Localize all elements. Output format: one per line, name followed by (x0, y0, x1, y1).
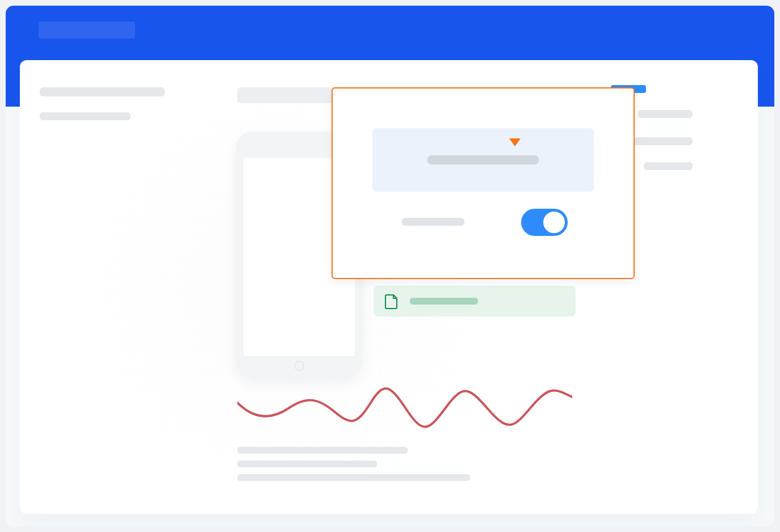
sidebar-line-2 (40, 112, 131, 120)
file-icon (385, 293, 399, 309)
brand-logo-placeholder (39, 22, 135, 39)
status-label-placeholder (410, 298, 478, 305)
paragraph-line-3 (237, 474, 470, 481)
status-success-row[interactable] (374, 286, 576, 316)
paragraph-line-2 (237, 461, 377, 467)
trend-curve (237, 380, 572, 437)
popover-toggle[interactable] (521, 209, 568, 236)
phone-home-button (294, 361, 304, 371)
toggle-knob (542, 210, 566, 234)
right-meta-line-1 (638, 110, 693, 118)
app-frame (6, 6, 774, 526)
brand-logo-text (39, 22, 39, 22)
popover-toggle-label (402, 218, 464, 226)
popover-field-placeholder (427, 155, 539, 164)
caret-down-icon (509, 138, 521, 146)
settings-popover (332, 87, 635, 279)
right-meta-line-3 (644, 162, 693, 170)
right-meta-line-2 (634, 137, 693, 145)
paragraph-line-1 (237, 447, 408, 454)
sidebar-line-1 (40, 87, 165, 96)
